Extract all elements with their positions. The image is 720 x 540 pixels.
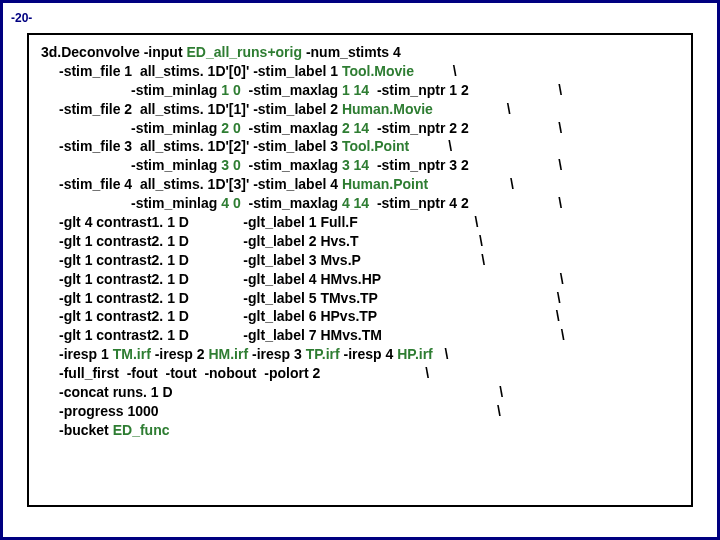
code-line: -glt 1 contrast2. 1 D -glt_label 3 Mvs.P… — [41, 251, 679, 270]
highlight-text: 1 14 — [342, 82, 369, 98]
code-line: 3d.Deconvolve -input ED_all_runs+orig -n… — [41, 43, 679, 62]
code-text: -stim_maxlag — [241, 195, 342, 211]
code-text: -stim_maxlag — [241, 82, 342, 98]
code-line: -glt 1 contrast2. 1 D -glt_label 6 HPvs.… — [41, 307, 679, 326]
code-line: -glt 1 contrast2. 1 D -glt_label 2 Hvs.T… — [41, 232, 679, 251]
code-text: \ — [409, 138, 452, 154]
code-text: -concat runs. 1 D \ — [59, 384, 503, 400]
code-line: -glt 4 contrast1. 1 D -glt_label 1 Full.… — [41, 213, 679, 232]
code-line: -stim_minlag 2 0 -stim_maxlag 2 14 -stim… — [41, 119, 679, 138]
highlight-text: 2 14 — [342, 120, 369, 136]
highlight-text: Human.Movie — [342, 101, 433, 117]
highlight-text: HM.irf — [208, 346, 248, 362]
code-text: -stim_file 2 all_stims. 1D'[1]' -stim_la… — [59, 101, 342, 117]
highlight-text: 4 14 — [342, 195, 369, 211]
code-line: -iresp 1 TM.irf -iresp 2 HM.irf -iresp 3… — [41, 345, 679, 364]
highlight-text: TP.irf — [306, 346, 340, 362]
page-number: -20- — [11, 11, 32, 25]
code-line: -bucket ED_func — [41, 421, 679, 440]
code-line: -stim_file 2 all_stims. 1D'[1]' -stim_la… — [41, 100, 679, 119]
code-line: -stim_file 1 all_stims. 1D'[0]' -stim_la… — [41, 62, 679, 81]
code-text: -glt 1 contrast2. 1 D -glt_label 3 Mvs.P… — [59, 252, 485, 268]
highlight-text: 4 0 — [221, 195, 240, 211]
code-line: -glt 1 contrast2. 1 D -glt_label 4 HMvs.… — [41, 270, 679, 289]
code-text: -stim_file 3 all_stims. 1D'[2]' -stim_la… — [59, 138, 342, 154]
code-text: -stim_nptr 4 2 \ — [369, 195, 562, 211]
code-text: -stim_maxlag — [241, 157, 342, 173]
highlight-text: ED_all_runs+orig — [186, 44, 302, 60]
code-line: -stim_file 3 all_stims. 1D'[2]' -stim_la… — [41, 137, 679, 156]
highlight-text: 3 14 — [342, 157, 369, 173]
highlight-text: 2 0 — [221, 120, 240, 136]
code-text: \ — [433, 346, 449, 362]
code-text: \ — [428, 176, 514, 192]
code-text: -stim_file 4 all_stims. 1D'[3]' -stim_la… — [59, 176, 342, 192]
code-block: 3d.Deconvolve -input ED_all_runs+orig -n… — [27, 33, 693, 507]
code-line: -glt 1 contrast2. 1 D -glt_label 5 TMvs.… — [41, 289, 679, 308]
code-text: -glt 1 contrast2. 1 D -glt_label 2 Hvs.T… — [59, 233, 483, 249]
highlight-text: 3 0 — [221, 157, 240, 173]
code-text: 3d.Deconvolve -input — [41, 44, 186, 60]
code-text: -stim_file 1 all_stims. 1D'[0]' -stim_la… — [59, 63, 342, 79]
code-text: -stim_minlag — [131, 157, 221, 173]
code-text: -glt 1 contrast2. 1 D -glt_label 7 HMvs.… — [59, 327, 565, 343]
code-line: -stim_file 4 all_stims. 1D'[3]' -stim_la… — [41, 175, 679, 194]
code-text: -glt 1 contrast2. 1 D -glt_label 6 HPvs.… — [59, 308, 560, 324]
code-text: -stim_maxlag — [241, 120, 342, 136]
code-text: -iresp 3 — [248, 346, 306, 362]
code-text: -iresp 4 — [340, 346, 398, 362]
code-text: -full_first -fout -tout -nobout -polort … — [59, 365, 429, 381]
highlight-text: ED_func — [113, 422, 170, 438]
highlight-text: Human.Point — [342, 176, 428, 192]
code-line: -stim_minlag 1 0 -stim_maxlag 1 14 -stim… — [41, 81, 679, 100]
code-line: -stim_minlag 4 0 -stim_maxlag 4 14 -stim… — [41, 194, 679, 213]
code-line: -concat runs. 1 D \ — [41, 383, 679, 402]
code-text: -bucket — [59, 422, 113, 438]
highlight-text: Tool.Movie — [342, 63, 414, 79]
code-text: -iresp 2 — [151, 346, 209, 362]
code-text: -num_stimts 4 — [302, 44, 401, 60]
code-text: \ — [433, 101, 511, 117]
highlight-text: HP.irf — [397, 346, 433, 362]
highlight-text: TM.irf — [113, 346, 151, 362]
highlight-text: Tool.Point — [342, 138, 409, 154]
code-text: -stim_minlag — [131, 195, 221, 211]
code-text: -progress 1000 \ — [59, 403, 501, 419]
code-line: -full_first -fout -tout -nobout -polort … — [41, 364, 679, 383]
code-text: -glt 1 contrast2. 1 D -glt_label 4 HMvs.… — [59, 271, 564, 287]
code-text: -stim_nptr 3 2 \ — [369, 157, 562, 173]
code-line: -stim_minlag 3 0 -stim_maxlag 3 14 -stim… — [41, 156, 679, 175]
code-text: -iresp 1 — [59, 346, 113, 362]
highlight-text: 1 0 — [221, 82, 240, 98]
code-line: -progress 1000 \ — [41, 402, 679, 421]
code-text: -glt 1 contrast2. 1 D -glt_label 5 TMvs.… — [59, 290, 561, 306]
code-text: -glt 4 contrast1. 1 D -glt_label 1 Full.… — [59, 214, 478, 230]
code-text: \ — [414, 63, 457, 79]
code-text: -stim_nptr 2 2 \ — [369, 120, 562, 136]
code-text: -stim_minlag — [131, 120, 221, 136]
code-text: -stim_minlag — [131, 82, 221, 98]
code-text: -stim_nptr 1 2 \ — [369, 82, 562, 98]
code-line: -glt 1 contrast2. 1 D -glt_label 7 HMvs.… — [41, 326, 679, 345]
